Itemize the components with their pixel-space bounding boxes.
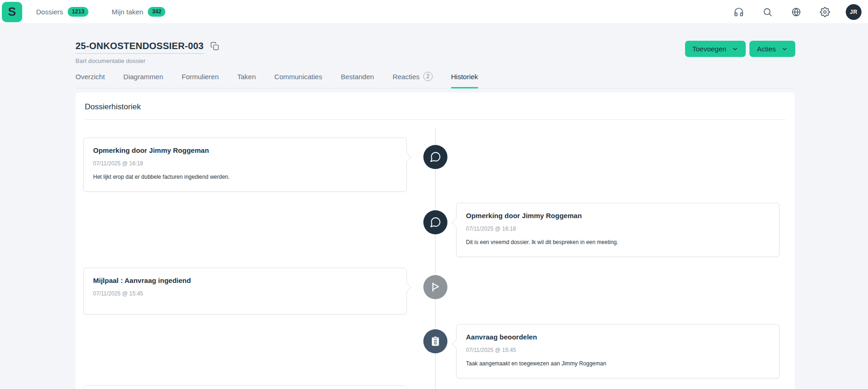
settings-icon[interactable] bbox=[820, 7, 830, 17]
dossier-title-block: 25-ONKOSTENDOSSIER-003 Bart documentatie… bbox=[75, 41, 219, 64]
card-notch bbox=[452, 339, 461, 349]
comment-icon bbox=[429, 151, 441, 163]
milestone-flag-icon bbox=[429, 281, 441, 293]
tab[interactable]: Taken bbox=[237, 72, 256, 88]
page-title[interactable]: 25-ONKOSTENDOSSIER-003 bbox=[75, 41, 204, 54]
timeline-card-partial bbox=[83, 385, 407, 389]
tab-label: Overzicht bbox=[75, 73, 105, 81]
tab[interactable]: Diagrammen bbox=[123, 72, 163, 88]
search-icon[interactable] bbox=[762, 7, 773, 17]
tab[interactable]: Formulieren bbox=[182, 72, 219, 88]
timeline-event-icon bbox=[423, 275, 447, 299]
history-panel: Dossierhistoriek Opmerking door Jimmy Ro… bbox=[75, 93, 795, 389]
event-title: Aanvraag beoordelen bbox=[466, 333, 770, 341]
chevron-down-icon bbox=[732, 46, 738, 52]
tab-label: Historiek bbox=[451, 73, 478, 81]
header-buttons: Toevoegen Acties bbox=[685, 41, 795, 57]
nav-count-badge: 342 bbox=[148, 7, 165, 16]
timeline-card: Opmerking door Jimmy Roggeman 07/11/2025… bbox=[83, 138, 407, 192]
tab[interactable]: Overzicht bbox=[75, 72, 105, 88]
copy-icon[interactable] bbox=[210, 42, 219, 50]
timeline-event-icon bbox=[423, 210, 447, 234]
dossier-subtitle: Bart documentatie dossier bbox=[75, 57, 219, 64]
card-notch bbox=[402, 153, 411, 162]
event-timestamp: 07/11/2025 @ 15:45 bbox=[466, 347, 770, 353]
support-icon[interactable] bbox=[734, 7, 744, 17]
add-button[interactable]: Toevoegen bbox=[685, 41, 746, 57]
nav-item[interactable]: Dossiers 1213 bbox=[36, 7, 88, 16]
tab-label: Diagrammen bbox=[123, 73, 163, 81]
nav-item[interactable]: Mijn taken 342 bbox=[112, 7, 165, 16]
card-notch bbox=[452, 218, 461, 227]
event-title: Opmerking door Jimmy Roggeman bbox=[466, 212, 770, 220]
timeline-event-icon bbox=[423, 329, 447, 353]
tab[interactable]: Communicaties bbox=[274, 72, 322, 88]
tab[interactable]: Historiek bbox=[451, 72, 478, 88]
timeline-card: Opmerking door Jimmy Roggeman 07/11/2025… bbox=[456, 203, 780, 257]
nav-item-label: Dossiers bbox=[36, 8, 63, 16]
timeline-card: Mijlpaal : Aanvraag ingediend 07/11/2025… bbox=[83, 268, 407, 314]
tab-label: Bestanden bbox=[341, 73, 374, 81]
globe-icon[interactable] bbox=[791, 7, 801, 17]
nav-count-badge: 1213 bbox=[68, 7, 88, 16]
user-avatar[interactable]: JR bbox=[846, 4, 862, 20]
tab[interactable]: Bestanden bbox=[341, 72, 374, 88]
app-logo[interactable]: S bbox=[2, 2, 22, 22]
tab-label: Formulieren bbox=[182, 73, 219, 81]
nav-right-icons: JR bbox=[734, 4, 862, 20]
comment-icon bbox=[429, 216, 441, 228]
page-header: 25-ONKOSTENDOSSIER-003 Bart documentatie… bbox=[75, 41, 795, 64]
card-notch bbox=[402, 283, 411, 292]
nav-item-label: Mijn taken bbox=[112, 8, 143, 16]
chevron-down-icon bbox=[781, 46, 788, 52]
nav-items: Dossiers 1213 Mijn taken 342 bbox=[36, 7, 189, 16]
tab-count-badge: 2 bbox=[423, 72, 433, 81]
task-clipboard-icon bbox=[429, 335, 441, 347]
tab-label: Reacties bbox=[392, 73, 419, 81]
tab-label: Taken bbox=[237, 73, 256, 81]
event-description: Het lijkt erop dat er dubbele facturen i… bbox=[93, 174, 397, 180]
tab-label: Communicaties bbox=[274, 73, 322, 81]
actions-button[interactable]: Acties bbox=[749, 41, 795, 57]
timeline-event-icon bbox=[423, 145, 447, 169]
tab[interactable]: Reacties 2 bbox=[392, 72, 432, 88]
event-timestamp: 07/11/2025 @ 16:18 bbox=[466, 226, 770, 232]
event-title: Opmerking door Jimmy Roggeman bbox=[93, 146, 397, 154]
event-timestamp: 07/11/2025 @ 16:18 bbox=[93, 160, 397, 167]
top-navigation-bar: S Dossiers 1213 Mijn taken 342 JR bbox=[0, 0, 868, 24]
tab-bar: Overzicht Diagrammen Formulieren Taken C… bbox=[75, 72, 795, 88]
event-description: Dit is een vreemd dossier. Ik wil dit be… bbox=[466, 239, 770, 245]
event-description: Taak aangemaakt en toegewezen aan Jimmy … bbox=[466, 360, 770, 367]
timeline-card: Aanvraag beoordelen 07/11/2025 @ 15:45 T… bbox=[456, 324, 780, 378]
timeline: Opmerking door Jimmy Roggeman 07/11/2025… bbox=[75, 93, 795, 389]
event-title: Mijlpaal : Aanvraag ingediend bbox=[93, 276, 397, 284]
event-timestamp: 07/11/2025 @ 15:45 bbox=[93, 290, 397, 297]
